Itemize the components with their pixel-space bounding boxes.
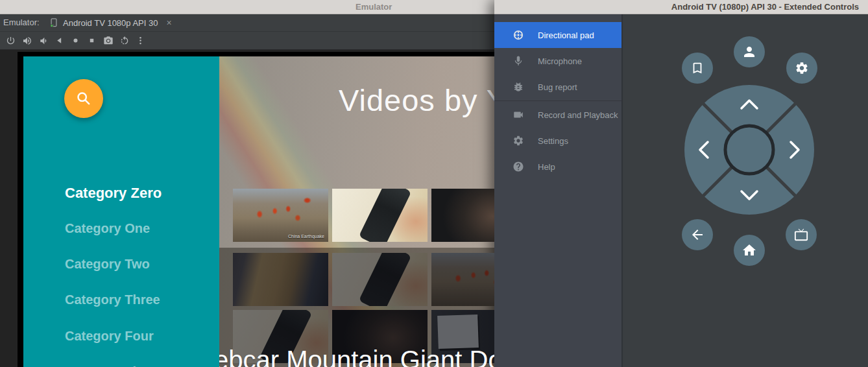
microphone-icon	[512, 55, 524, 67]
back-triangle-icon	[55, 36, 64, 45]
extended-controls-title: Android TV (1080p) API 30 - Extended Con…	[671, 2, 859, 12]
emulator-window-title: Emulator	[356, 2, 392, 12]
emulator-label: Emulator:	[3, 18, 40, 27]
menu-item-bug-report[interactable]: Bug report	[494, 74, 621, 100]
volume-down-button[interactable]	[35, 33, 51, 49]
live-tv-button[interactable]	[786, 219, 817, 250]
emulator-tab-bar: Emulator: Android TV 1080p API 30 ×	[0, 14, 494, 31]
live-tv-icon	[794, 228, 808, 242]
video-thumbnail-earthquake[interactable]	[431, 253, 494, 306]
arrow-back-icon	[690, 227, 705, 243]
video-thumbnail-phone[interactable]	[332, 189, 428, 242]
video-thumbnail-tent[interactable]	[233, 253, 328, 306]
rotate-button[interactable]	[116, 33, 132, 49]
dpad-wheel	[683, 84, 815, 216]
phone-device-icon	[49, 18, 58, 29]
dpad-icon	[512, 29, 524, 41]
android-tv-screen: Videos by Y China Earthquake ebcar Mount…	[23, 56, 494, 367]
person-icon	[741, 44, 757, 60]
menu-item-label: Help	[538, 162, 555, 172]
back-button[interactable]	[51, 33, 67, 49]
menu-item-settings[interactable]: Settings	[494, 128, 621, 154]
video-thumbnail-earthquake[interactable]: China Earthquake	[233, 189, 328, 242]
profile-button[interactable]	[734, 36, 765, 67]
video-thumbnail-profile[interactable]	[431, 189, 494, 242]
settings-button[interactable]	[786, 53, 817, 84]
tv-content-pane: Videos by Y China Earthquake ebcar Mount…	[219, 56, 494, 367]
menu-item-label: Settings	[538, 136, 568, 146]
power-button[interactable]	[3, 33, 19, 49]
avd-tab[interactable]: Android TV 1080p API 30 ×	[49, 14, 172, 31]
bookmark-button[interactable]	[682, 53, 713, 84]
overview-square-button[interactable]	[84, 33, 100, 49]
screenshot-root: Emulator Emulator: Android TV 1080p API …	[0, 0, 868, 367]
menu-item-label: Directional pad	[538, 30, 594, 40]
menu-divider	[494, 101, 621, 101]
back-button-tv[interactable]	[682, 219, 713, 250]
gear-icon	[795, 61, 809, 75]
gear-icon	[512, 135, 524, 147]
tv-app-title: Videos by Y	[339, 82, 494, 118]
volume-up-button[interactable]	[19, 33, 35, 49]
help-icon	[512, 161, 524, 172]
bug-icon	[512, 81, 524, 93]
emulator-window-titlebar[interactable]: Emulator	[0, 0, 494, 14]
menu-item-record-playback[interactable]: Record and Playback	[494, 102, 621, 128]
tv-category-sidebar: Category Zero Category One Category Two …	[23, 56, 219, 367]
category-item-zero[interactable]: Category Zero	[65, 185, 162, 202]
volume-down-icon	[38, 36, 49, 46]
more-options-button[interactable]	[132, 33, 149, 49]
videocam-icon	[512, 109, 524, 121]
square-icon	[88, 36, 96, 45]
menu-item-label: Bug report	[538, 82, 577, 92]
extended-controls-body: Directional pad Microphone Bug report	[494, 14, 868, 367]
circle-icon	[71, 36, 80, 45]
category-item-three[interactable]: Category Three	[65, 292, 160, 307]
tab-close-icon[interactable]: ×	[166, 18, 171, 28]
power-icon	[6, 36, 16, 45]
rotate-icon	[119, 36, 130, 46]
category-item-two[interactable]: Category Two	[65, 257, 150, 272]
volume-up-icon	[22, 36, 32, 46]
home-circle-button[interactable]	[67, 33, 84, 49]
category-item-five[interactable]: Category Five	[65, 364, 151, 367]
device-frame: Videos by Y China Earthquake ebcar Mount…	[18, 52, 494, 367]
search-icon	[75, 89, 93, 108]
extended-controls-window: Android TV (1080p) API 30 - Extended Con…	[494, 0, 868, 367]
category-item-four[interactable]: Category Four	[65, 329, 154, 344]
thumbnail-caption: China Earthquake	[288, 234, 324, 239]
search-button[interactable]	[64, 79, 103, 118]
menu-item-microphone[interactable]: Microphone	[494, 48, 621, 74]
menu-item-directional-pad[interactable]: Directional pad	[494, 22, 621, 48]
menu-item-help[interactable]: Help	[494, 154, 621, 180]
more-vert-icon	[136, 36, 145, 45]
emulator-display-area: Videos by Y China Earthquake ebcar Mount…	[0, 50, 494, 367]
extended-controls-menu: Directional pad Microphone Bug report	[494, 14, 623, 367]
extended-controls-titlebar[interactable]: Android TV (1080p) API 30 - Extended Con…	[494, 0, 868, 14]
emulator-toolbar	[0, 31, 494, 50]
screenshot-button[interactable]	[100, 33, 116, 49]
home-icon	[741, 243, 757, 258]
dpad-center-button[interactable]	[725, 126, 773, 174]
avd-tab-label: Android TV 1080p API 30	[63, 18, 158, 28]
focused-video-title: ebcar Mountain Giant Double Fi...	[219, 346, 494, 367]
category-item-one[interactable]: Category One	[65, 221, 150, 236]
home-button-tv[interactable]	[734, 235, 765, 266]
camera-icon	[103, 36, 114, 46]
menu-item-label: Record and Playback	[538, 110, 618, 120]
menu-item-label: Microphone	[538, 56, 582, 66]
video-thumbnail-phone[interactable]	[332, 253, 428, 306]
bookmark-icon	[690, 61, 705, 75]
